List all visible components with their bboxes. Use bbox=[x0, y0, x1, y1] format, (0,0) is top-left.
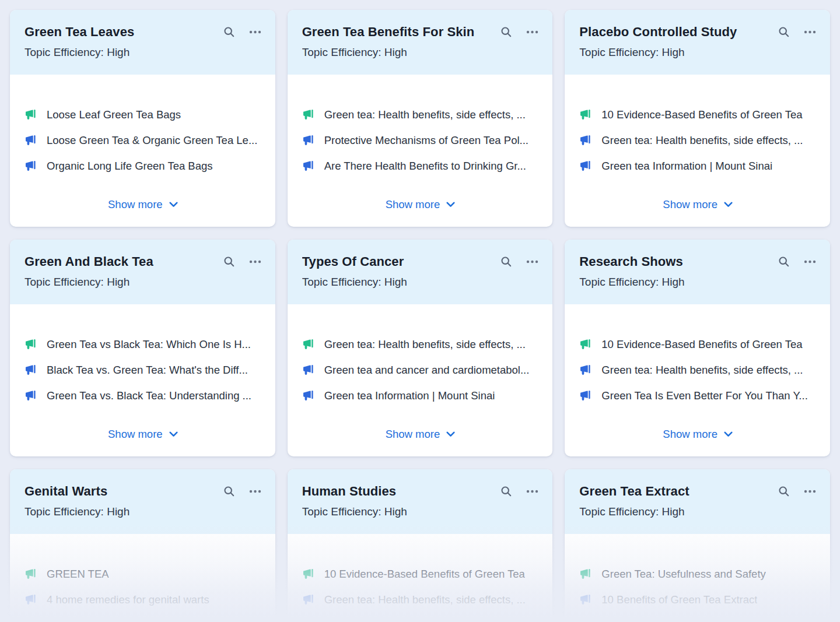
search-icon[interactable] bbox=[223, 255, 236, 268]
show-more-button[interactable]: Show more bbox=[386, 198, 456, 211]
show-more-button[interactable]: Show more bbox=[386, 428, 456, 441]
headline-item[interactable]: Green tea and cancer and cardiometabol..… bbox=[302, 357, 539, 383]
topic-cards-grid: Green Tea Leaves bbox=[0, 0, 840, 622]
topic-card-title: Genital Warts bbox=[24, 484, 217, 499]
show-more-button[interactable]: Show more bbox=[663, 198, 733, 211]
megaphone-icon bbox=[302, 339, 314, 350]
topic-card: Green Tea Extract bbox=[565, 469, 830, 622]
topic-card-header-top: Green Tea Leaves bbox=[24, 24, 261, 40]
topic-efficiency-label: Topic Efficiency: High bbox=[302, 46, 539, 59]
more-options-icon[interactable] bbox=[804, 30, 816, 34]
show-more-label: Show more bbox=[108, 428, 163, 441]
search-icon[interactable] bbox=[500, 485, 513, 498]
topic-card-header: Types Of Cancer bbox=[288, 240, 553, 304]
topic-card-actions bbox=[500, 26, 538, 38]
show-more-label: Show more bbox=[663, 198, 718, 211]
topic-card-header-top: Placebo Controlled Study bbox=[579, 24, 816, 40]
headline-text: Organic Long Life Green Tea Bags bbox=[47, 160, 213, 173]
chevron-down-icon bbox=[446, 431, 455, 437]
headline-list: GREEN TEA 4 home remedies for genital wa… bbox=[24, 561, 261, 613]
more-options-icon[interactable] bbox=[804, 490, 816, 493]
topic-card-title: Human Studies bbox=[302, 484, 495, 499]
more-options-icon[interactable] bbox=[249, 490, 261, 493]
headline-item[interactable]: 10 Evidence-Based Benefits of Green Tea bbox=[302, 561, 539, 587]
headline-item[interactable]: Green Tea Is Even Better For You Than Y.… bbox=[579, 383, 816, 409]
headline-item[interactable]: Black Tea vs. Green Tea: What's the Diff… bbox=[24, 357, 261, 383]
search-icon[interactable] bbox=[223, 485, 236, 498]
chevron-down-icon bbox=[169, 431, 178, 437]
more-options-icon[interactable] bbox=[526, 490, 538, 493]
headline-item[interactable]: Green tea: Health benefits, side effects… bbox=[302, 587, 539, 613]
headline-item[interactable]: Green Tea: Usefulness and Safety bbox=[579, 561, 816, 587]
headline-item[interactable]: Green tea Information | Mount Sinai bbox=[302, 383, 539, 409]
headline-list: 10 Evidence-Based Benefits of Green Tea … bbox=[579, 332, 816, 409]
topic-card-body: GREEN TEA 4 home remedies for genital wa… bbox=[10, 534, 275, 622]
megaphone-icon bbox=[302, 109, 314, 121]
search-icon[interactable] bbox=[778, 485, 790, 498]
headline-text: 4 home remedies for genital warts bbox=[47, 593, 209, 606]
topic-card-body: Loose Leaf Green Tea Bags Loose Green Te… bbox=[10, 75, 275, 227]
megaphone-icon bbox=[24, 390, 37, 402]
topic-card-header: Green Tea Leaves bbox=[10, 10, 275, 75]
topic-efficiency-label: Topic Efficiency: High bbox=[579, 46, 816, 59]
topic-card: Green And Black Tea bbox=[10, 240, 275, 456]
show-more-button[interactable]: Show more bbox=[108, 198, 178, 211]
topic-card-header-top: Green And Black Tea bbox=[24, 254, 261, 269]
topic-card-body: Green Tea: Usefulness and Safety 10 Bene… bbox=[565, 534, 830, 622]
headline-text: 10 Benefits of Green Tea Extract bbox=[601, 593, 757, 606]
search-icon[interactable] bbox=[500, 255, 513, 268]
topic-card: Human Studies bbox=[288, 469, 553, 622]
headline-item[interactable]: Green tea: Health benefits, side effects… bbox=[302, 332, 539, 357]
topic-card-header-top: Human Studies bbox=[302, 484, 539, 499]
search-icon[interactable] bbox=[778, 26, 790, 38]
topic-card-actions bbox=[778, 485, 816, 498]
search-icon[interactable] bbox=[223, 26, 236, 38]
headline-text: Loose Leaf Green Tea Bags bbox=[47, 108, 181, 121]
headline-item[interactable]: Loose Green Tea & Organic Green Tea Le..… bbox=[24, 128, 261, 153]
headline-item[interactable]: 4 home remedies for genital warts bbox=[24, 587, 261, 613]
headline-list: 10 Evidence-Based Benefits of Green Tea … bbox=[579, 102, 816, 179]
headline-item[interactable]: 10 Evidence-Based Benefits of Green Tea bbox=[579, 332, 816, 357]
topic-card: Genital Warts bbox=[10, 469, 275, 622]
megaphone-icon bbox=[579, 109, 592, 121]
more-options-icon[interactable] bbox=[249, 30, 261, 34]
headline-item[interactable]: Green Tea vs Black Tea: Which One Is H..… bbox=[24, 332, 261, 357]
search-icon[interactable] bbox=[778, 255, 790, 268]
topic-efficiency-label: Topic Efficiency: High bbox=[579, 276, 816, 289]
topic-card-header: Placebo Controlled Study bbox=[565, 10, 830, 75]
topic-card-header-top: Green Tea Benefits For Skin bbox=[302, 24, 539, 40]
headline-item[interactable]: Green tea: Health benefits, side effects… bbox=[579, 357, 816, 383]
headline-item[interactable]: Green tea: Health benefits, side effects… bbox=[579, 128, 816, 153]
headline-item[interactable]: 10 Evidence-Based Benefits of Green Tea bbox=[579, 102, 816, 128]
topic-card-body: Green tea: Health benefits, side effects… bbox=[288, 75, 553, 227]
topic-card-title: Green Tea Extract bbox=[579, 484, 772, 499]
more-options-icon[interactable] bbox=[249, 260, 261, 263]
headline-text: Green tea Information | Mount Sinai bbox=[324, 389, 495, 402]
topic-card: Types Of Cancer bbox=[288, 240, 553, 456]
show-more-button[interactable]: Show more bbox=[663, 428, 733, 441]
headline-text: Protective Mechanisms of Green Tea Pol..… bbox=[324, 134, 528, 147]
headline-text: Green tea: Health benefits, side effects… bbox=[324, 593, 526, 606]
headline-item[interactable]: Protective Mechanisms of Green Tea Pol..… bbox=[302, 128, 539, 153]
headline-text: Green tea: Health benefits, side effects… bbox=[324, 338, 526, 351]
headline-item[interactable]: GREEN TEA bbox=[24, 561, 261, 587]
headline-list: Loose Leaf Green Tea Bags Loose Green Te… bbox=[24, 102, 261, 179]
headline-item[interactable]: Green Tea vs. Black Tea: Understanding .… bbox=[24, 383, 261, 409]
megaphone-icon bbox=[24, 339, 37, 350]
more-options-icon[interactable] bbox=[526, 260, 538, 263]
headline-item[interactable]: Green tea Information | Mount Sinai bbox=[579, 153, 816, 179]
headline-item[interactable]: Green tea: Health benefits, side effects… bbox=[302, 102, 539, 128]
headline-item[interactable]: Loose Leaf Green Tea Bags bbox=[24, 102, 261, 128]
topic-card-actions bbox=[500, 485, 538, 498]
search-icon[interactable] bbox=[500, 26, 513, 38]
more-options-icon[interactable] bbox=[526, 30, 538, 34]
headline-item[interactable]: 10 Benefits of Green Tea Extract bbox=[579, 587, 816, 613]
megaphone-icon bbox=[302, 594, 314, 606]
headline-item[interactable]: Are There Health Benefits to Drinking Gr… bbox=[302, 153, 539, 179]
topic-card-header: Human Studies bbox=[288, 469, 553, 534]
topic-efficiency-label: Topic Efficiency: High bbox=[24, 276, 261, 289]
headline-text: Black Tea vs. Green Tea: What's the Diff… bbox=[47, 364, 248, 377]
headline-item[interactable]: Organic Long Life Green Tea Bags bbox=[24, 153, 261, 179]
show-more-button[interactable]: Show more bbox=[108, 428, 178, 441]
more-options-icon[interactable] bbox=[804, 260, 816, 263]
